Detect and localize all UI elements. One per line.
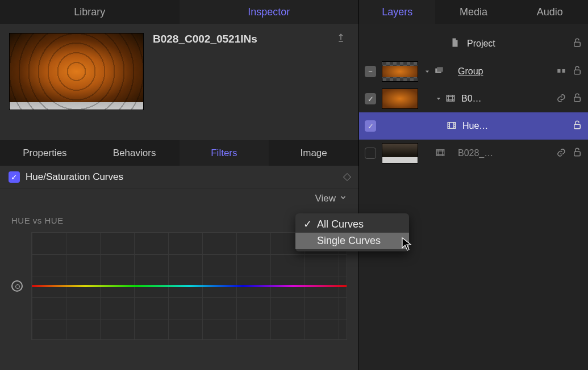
layer-row-filter[interactable]: ✓ Hue… — [359, 112, 588, 140]
document-icon — [450, 37, 460, 51]
tab-behaviors[interactable]: Behaviors — [90, 140, 180, 166]
disclosure-triangle-icon[interactable] — [424, 67, 431, 77]
svg-rect-11 — [574, 152, 581, 156]
svg-rect-0 — [574, 42, 581, 47]
lock-icon[interactable] — [572, 65, 582, 78]
group-icon — [434, 66, 444, 78]
svg-rect-9 — [574, 124, 581, 129]
clip-label[interactable]: B028_… — [458, 148, 551, 158]
tab-library[interactable]: Library — [0, 0, 180, 24]
tab-image[interactable]: Image — [269, 140, 358, 166]
menu-item-all-curves[interactable]: ✓ All Curves — [295, 216, 409, 233]
pass-through-icon[interactable] — [556, 66, 566, 78]
view-label: View — [315, 193, 336, 204]
tab-inspector[interactable]: Inspector — [180, 0, 359, 24]
svg-rect-5 — [574, 70, 581, 74]
lock-icon[interactable] — [572, 147, 582, 160]
clip-preview-thumbnail — [9, 33, 144, 110]
layer-row-group[interactable]: − Group — [359, 58, 588, 85]
layer-visibility-indeterminate[interactable]: − — [365, 66, 376, 77]
clip-label[interactable]: B0… — [461, 94, 551, 104]
hue-gradient-line — [32, 285, 347, 287]
menu-item-label: Single Curves — [317, 235, 381, 247]
chevron-down-icon — [339, 193, 347, 204]
inspector-top-tabs: Library Inspector — [0, 0, 358, 24]
checkmark-icon: ✓ — [302, 218, 312, 230]
filmstrip-icon — [445, 93, 456, 105]
menu-item-single-curves[interactable]: Single Curves — [295, 233, 409, 249]
view-dropdown-menu: ✓ All Curves Single Curves — [295, 213, 409, 251]
filter-name-label: Hue/Saturation Curves — [26, 171, 123, 183]
svg-rect-7 — [574, 97, 581, 102]
project-label: Project — [467, 39, 565, 49]
filter-header[interactable]: ✓ Hue/Saturation Curves — [0, 166, 358, 188]
menu-item-label: All Curves — [317, 218, 364, 230]
group-label[interactable]: Group — [458, 66, 551, 77]
link-icon[interactable] — [556, 93, 566, 105]
layer-thumbnail — [382, 61, 418, 82]
tab-media[interactable]: Media — [435, 0, 511, 24]
layer-list: Project − Group — [359, 24, 588, 167]
layer-row-clip[interactable]: ✓ B0… — [359, 85, 588, 112]
eyedropper-button[interactable] — [11, 280, 23, 292]
disclosure-triangle-icon[interactable] — [435, 94, 442, 104]
filmstrip-icon — [435, 148, 445, 159]
link-icon[interactable] — [556, 148, 566, 159]
clip-title: B028_C002_0521INs — [147, 30, 329, 49]
inspector-sub-tabs: Properties Behaviors Filters Image — [0, 140, 358, 166]
layer-visibility-checkbox[interactable] — [365, 148, 376, 159]
svg-rect-2 — [437, 67, 443, 72]
tab-layers[interactable]: Layers — [359, 0, 435, 24]
tab-audio[interactable]: Audio — [512, 0, 588, 24]
layer-row-clip-disabled[interactable]: B028_… — [359, 140, 588, 167]
filter-enable-checkbox[interactable]: ✓ — [9, 171, 20, 183]
layers-top-tabs: Layers Media Audio — [359, 0, 588, 24]
tab-properties[interactable]: Properties — [0, 140, 90, 166]
layer-visibility-checkbox[interactable]: ✓ — [365, 93, 376, 104]
layer-visibility-checkbox[interactable]: ✓ — [365, 120, 376, 132]
view-dropdown[interactable]: View — [0, 188, 358, 209]
filter-layer-label[interactable]: Hue… — [462, 121, 566, 131]
keyframe-diamond-icon[interactable] — [343, 173, 351, 180]
tab-filters[interactable]: Filters — [180, 140, 269, 166]
layer-row-project[interactable]: Project — [359, 30, 588, 58]
pin-icon[interactable] — [329, 30, 353, 49]
lock-icon[interactable] — [572, 93, 582, 106]
svg-rect-4 — [562, 69, 565, 73]
layer-thumbnail — [382, 143, 418, 163]
layer-thumbnail — [382, 89, 418, 109]
svg-rect-3 — [557, 69, 560, 73]
filter-filmstrip-icon — [447, 120, 457, 132]
svg-rect-8 — [448, 122, 456, 128]
inspector-header: B028_C002_0521INs — [0, 24, 358, 140]
lock-icon[interactable] — [572, 37, 582, 51]
lock-icon[interactable] — [572, 120, 582, 133]
